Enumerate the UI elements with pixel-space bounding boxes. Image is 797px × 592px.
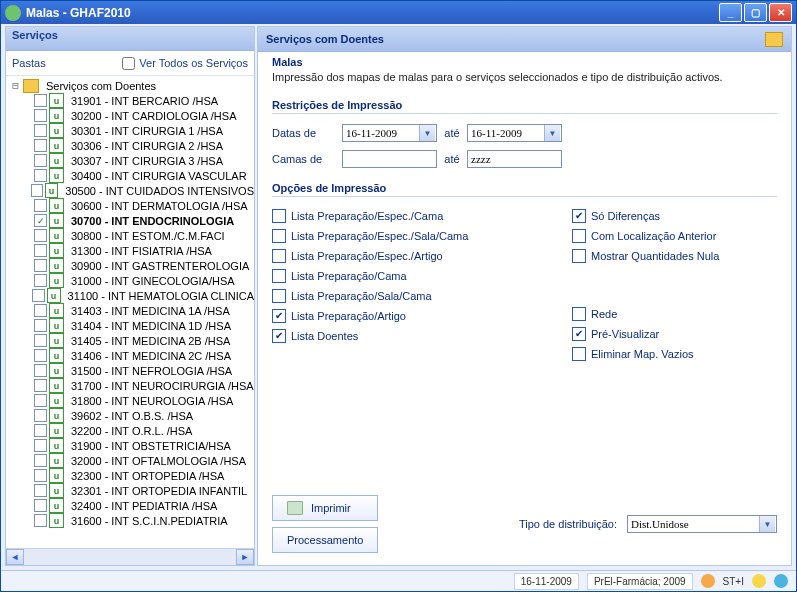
tree-item[interactable]: u31800 - INT NEUROLOGIA /HSA (10, 393, 254, 408)
tree-item[interactable]: u32301 - INT ORTOPEDIA INFANTIL (10, 483, 254, 498)
tree-item[interactable]: u32200 - INT O.R.L. /HSA (10, 423, 254, 438)
date-to-combo[interactable]: 16-11-2009▼ (467, 124, 562, 142)
tree-item[interactable]: u32400 - INT PEDIATRIA /HSA (10, 498, 254, 513)
tree-item-checkbox[interactable] (34, 349, 47, 362)
info-heading: Malas (272, 56, 777, 68)
tree-item[interactable]: u31404 - INT MEDICINA 1D /HSA (10, 318, 254, 333)
option-checkbox[interactable]: Rede (572, 307, 772, 321)
window-title: Malas - GHAF2010 (26, 6, 719, 20)
option-label: Rede (591, 308, 617, 320)
tree-item[interactable]: u31403 - INT MEDICINA 1A /HSA (10, 303, 254, 318)
option-checkbox[interactable]: Lista Preparação/Espec./Artigo (272, 249, 572, 263)
tree-item-checkbox[interactable]: ✓ (34, 214, 47, 227)
option-checkbox[interactable]: Lista Preparação/Sala/Cama (272, 289, 572, 303)
scroll-left-button[interactable]: ◄ (6, 549, 24, 565)
tree-item[interactable]: u31600 - INT S.C.I.N.PEDIATRIA (10, 513, 254, 528)
camas-from-input[interactable] (342, 150, 437, 168)
tree-item-checkbox[interactable] (34, 139, 47, 152)
tree-item-checkbox[interactable] (34, 94, 47, 107)
camas-to-input[interactable] (467, 150, 562, 168)
tree-item-checkbox[interactable] (34, 304, 47, 317)
option-checkbox[interactable]: Mostrar Quantidades Nula (572, 249, 772, 263)
tree-item-checkbox[interactable] (34, 259, 47, 272)
tree-item-checkbox[interactable] (34, 334, 47, 347)
tree-root[interactable]: ⊟Serviços com Doentes (10, 78, 254, 93)
tree-item-checkbox[interactable] (34, 124, 47, 137)
tree-item[interactable]: u31405 - INT MEDICINA 2B /HSA (10, 333, 254, 348)
tree-item[interactable]: u30900 - INT GASTRENTEROLOGIA (10, 258, 254, 273)
tree-item-checkbox[interactable] (34, 379, 47, 392)
tree-item[interactable]: u30301 - INT CIRURGIA 1 /HSA (10, 123, 254, 138)
option-checkbox[interactable]: Com Localização Anterior (572, 229, 772, 243)
tree-item[interactable]: u30500 - INT CUIDADOS INTENSIVOS (10, 183, 254, 198)
tree-item-checkbox[interactable] (34, 454, 47, 467)
tree-item-checkbox[interactable] (34, 484, 47, 497)
tree-item[interactable]: u31700 - INT NEUROCIRURGIA /HSA (10, 378, 254, 393)
document-icon: u (49, 168, 64, 183)
tree-item[interactable]: u30400 - INT CIRURGIA VASCULAR (10, 168, 254, 183)
tree-item-checkbox[interactable] (34, 499, 47, 512)
tree-item[interactable]: u31500 - INT NEFROLOGIA /HSA (10, 363, 254, 378)
mail-icon[interactable] (752, 574, 766, 588)
tree-item-checkbox[interactable] (34, 244, 47, 257)
tree-item[interactable]: u31300 - INT FISIATRIA /HSA (10, 243, 254, 258)
tree-item[interactable]: ✓u30700 - INT ENDOCRINOLOGIA (10, 213, 254, 228)
scroll-right-button[interactable]: ► (236, 549, 254, 565)
option-checkbox[interactable]: ✔Lista Preparação/Artigo (272, 309, 572, 323)
processamento-button[interactable]: Processamento (272, 527, 378, 553)
tree-item-checkbox[interactable] (31, 184, 43, 197)
globe-icon[interactable] (774, 574, 788, 588)
tree-item[interactable]: u31100 - INT HEMATOLOGIA CLINICA (10, 288, 254, 303)
option-checkbox[interactable]: ✔Só Diferenças (572, 209, 772, 223)
tree-item-checkbox[interactable] (34, 469, 47, 482)
date-from-combo[interactable]: 16-11-2009▼ (342, 124, 437, 142)
document-icon: u (49, 273, 64, 288)
pastas-label: Pastas (12, 57, 122, 69)
dist-combo[interactable]: Dist.Unidose▼ (627, 515, 777, 533)
tree-item[interactable]: u30800 - INT ESTOM./C.M.FACI (10, 228, 254, 243)
tree-item[interactable]: u30306 - INT CIRURGIA 2 /HSA (10, 138, 254, 153)
tree-item[interactable]: u31000 - INT GINECOLOGIA/HSA (10, 273, 254, 288)
tree-item-checkbox[interactable] (32, 289, 44, 302)
option-checkbox[interactable]: ✔Lista Doentes (272, 329, 572, 343)
tree-item-checkbox[interactable] (34, 409, 47, 422)
tree-item[interactable]: u32300 - INT ORTOPEDIA /HSA (10, 468, 254, 483)
tree-item[interactable]: u31406 - INT MEDICINA 2C /HSA (10, 348, 254, 363)
tree-item[interactable]: u30200 - INT CARDIOLOGIA /HSA (10, 108, 254, 123)
tree-item-checkbox[interactable] (34, 439, 47, 452)
tree-item-checkbox[interactable] (34, 514, 47, 527)
option-checkbox[interactable]: Lista Preparação/Cama (272, 269, 572, 283)
tree-item-checkbox[interactable] (34, 109, 47, 122)
tree-item-checkbox[interactable] (34, 154, 47, 167)
tree-item-checkbox[interactable] (34, 169, 47, 182)
tree-item[interactable]: u32000 - INT OFTALMOLOGIA /HSA (10, 453, 254, 468)
tree-item-checkbox[interactable] (34, 394, 47, 407)
ver-todos-checkbox[interactable] (122, 57, 135, 70)
option-checkbox[interactable]: Lista Preparação/Espec./Sala/Cama (272, 229, 572, 243)
tree-item-checkbox[interactable] (34, 199, 47, 212)
services-tree[interactable]: ⊟Serviços com Doentesu31901 - INT BERCAR… (6, 76, 254, 548)
tree-item-checkbox[interactable] (34, 319, 47, 332)
tree-item-checkbox[interactable] (34, 229, 47, 242)
tree-item[interactable]: u30600 - INT DERMATOLOGIA /HSA (10, 198, 254, 213)
option-label: Pré-Visualizar (591, 328, 659, 340)
option-checkbox[interactable]: Eliminar Map. Vazios (572, 347, 772, 361)
minimize-button[interactable]: _ (719, 3, 742, 22)
tree-item[interactable]: u30307 - INT CIRURGIA 3 /HSA (10, 153, 254, 168)
tree-item-checkbox[interactable] (34, 274, 47, 287)
tree-item[interactable]: u39602 - INT O.B.S. /HSA (10, 408, 254, 423)
close-button[interactable]: ✕ (769, 3, 792, 22)
folder-icon[interactable] (765, 32, 783, 47)
tree-item-checkbox[interactable] (34, 364, 47, 377)
maximize-button[interactable]: ▢ (744, 3, 767, 22)
sidebar: Serviços Pastas Ver Todos os Serviços ⊟S… (5, 26, 255, 566)
imprimir-button[interactable]: Imprimir (272, 495, 378, 521)
option-checkbox[interactable]: Lista Preparação/Espec./Cama (272, 209, 572, 223)
tree-item[interactable]: u31901 - INT BERCARIO /HSA (10, 93, 254, 108)
option-checkbox[interactable]: ✔Pré-Visualizar (572, 327, 772, 341)
sidebar-toolbar: Pastas Ver Todos os Serviços (6, 51, 254, 76)
tree-item[interactable]: u31900 - INT OBSTETRICIA/HSA (10, 438, 254, 453)
tree-hscroll[interactable]: ◄ ► (6, 548, 254, 565)
document-icon: u (49, 153, 64, 168)
tree-item-checkbox[interactable] (34, 424, 47, 437)
